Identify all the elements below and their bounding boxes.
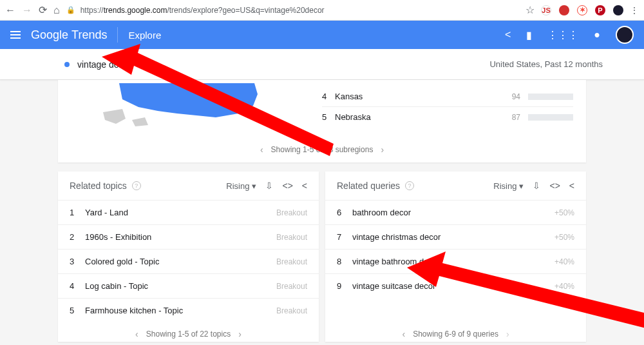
feedback-icon[interactable]: ▮: [526, 29, 532, 41]
list-item[interactable]: 7vintage christmas decor+50%: [325, 224, 586, 249]
list-item[interactable]: 3Colored gold - TopicBreakout: [58, 249, 319, 273]
extension-icon[interactable]: ✶: [577, 5, 587, 15]
user-avatar[interactable]: [616, 26, 634, 44]
extension-icon[interactable]: JS: [541, 5, 551, 15]
browser-toolbar: ← → ⟳ ⌂ 🔒 https://trends.google.com/tren…: [0, 0, 644, 21]
list-item[interactable]: 8vintage bathroom decor+40%: [325, 249, 586, 273]
card-title: Related topics: [70, 181, 127, 191]
download-icon[interactable]: ⇩: [533, 181, 540, 191]
list-item[interactable]: 4Log cabin - TopicBreakout: [58, 273, 319, 298]
region-map[interactable]: [58, 80, 309, 138]
next-page-icon[interactable]: ›: [506, 329, 509, 339]
queries-pagination: ‹ Showing 6-9 of 9 queries ›: [325, 322, 586, 342]
share-icon[interactable]: <: [302, 181, 307, 191]
logo[interactable]: Google Trends: [31, 28, 107, 42]
apps-icon[interactable]: ⋮⋮⋮: [547, 29, 578, 41]
prev-page-icon[interactable]: ‹: [260, 144, 263, 155]
back-button[interactable]: ←: [5, 5, 15, 16]
region-bar: [528, 94, 573, 100]
help-icon[interactable]: ?: [132, 181, 141, 190]
list-item[interactable]: 21960s - ExhibitionBreakout: [58, 224, 319, 249]
divider: [117, 27, 118, 43]
forward-button[interactable]: →: [22, 5, 32, 16]
region-list: 4 Kansas 94 5 Nebraska 87: [309, 80, 586, 138]
profile-icon[interactable]: [613, 5, 623, 15]
browser-menu-icon[interactable]: ⋮: [630, 5, 639, 15]
region-bar: [528, 114, 573, 121]
sort-dropdown[interactable]: Rising ▾: [493, 181, 524, 191]
chevron-down-icon: ▾: [519, 181, 524, 191]
download-icon[interactable]: ⇩: [265, 181, 273, 191]
region-row[interactable]: 4 Kansas 94: [322, 86, 573, 106]
home-button[interactable]: ⌂: [53, 5, 60, 16]
region-row[interactable]: 5 Nebraska 87: [322, 106, 573, 127]
extensions: JS ✶ P: [541, 5, 623, 15]
regions-pagination: ‹ Showing 1-5 of 38 subregions ›: [58, 138, 586, 157]
sort-dropdown[interactable]: Rising ▾: [226, 181, 256, 191]
app-header: Google Trends Explore < ▮ ⋮⋮⋮ ●: [0, 21, 644, 49]
prev-page-icon[interactable]: ‹: [402, 329, 405, 339]
next-page-icon[interactable]: ›: [381, 144, 384, 155]
help-icon[interactable]: ?: [405, 181, 414, 190]
term-dot-icon: [64, 62, 70, 67]
address-bar[interactable]: 🔒 https://trends.google.com/trends/explo…: [66, 6, 519, 15]
lock-icon: 🔒: [66, 6, 75, 14]
search-scope[interactable]: United States, Past 12 months: [489, 59, 603, 69]
extension-icon[interactable]: [559, 5, 569, 15]
menu-icon[interactable]: [10, 31, 21, 39]
card-title: Related queries: [337, 181, 400, 191]
next-page-icon[interactable]: ›: [238, 329, 242, 339]
notifications-icon[interactable]: ●: [594, 29, 600, 41]
regions-card: 4 Kansas 94 5 Nebraska 87 ‹ Showing 1-5 …: [58, 80, 586, 163]
topics-pagination: ‹ Showing 1-5 of 22 topics ›: [58, 322, 319, 342]
related-queries-card: Related queries ? Rising ▾ ⇩ <> < 6bathr…: [325, 172, 586, 342]
search-term-bar: vintage decor United States, Past 12 mon…: [0, 49, 644, 80]
related-topics-card: Related topics ? Rising ▾ ⇩ <> < 1Yard -…: [58, 172, 319, 342]
pinterest-icon[interactable]: P: [595, 5, 605, 15]
embed-icon[interactable]: <>: [549, 181, 560, 191]
list-item[interactable]: 9vintage suitcase decor+40%: [325, 273, 586, 298]
page-title: Explore: [128, 30, 161, 41]
prev-page-icon[interactable]: ‹: [135, 329, 138, 339]
search-term[interactable]: vintage decor: [77, 59, 131, 70]
chevron-down-icon: ▾: [252, 181, 256, 191]
reload-button[interactable]: ⟳: [39, 4, 47, 16]
embed-icon[interactable]: <>: [282, 181, 292, 191]
share-icon[interactable]: <: [569, 181, 574, 191]
bookmark-star-icon[interactable]: ☆: [526, 4, 535, 16]
share-icon[interactable]: <: [505, 29, 511, 41]
list-item[interactable]: 5Farmhouse kitchen - TopicBreakout: [58, 298, 319, 322]
url-text: https://trends.google.com/trends/explore…: [80, 6, 325, 15]
list-item[interactable]: 6bathroom decor+50%: [325, 200, 586, 224]
list-item[interactable]: 1Yard - LandBreakout: [58, 200, 319, 224]
